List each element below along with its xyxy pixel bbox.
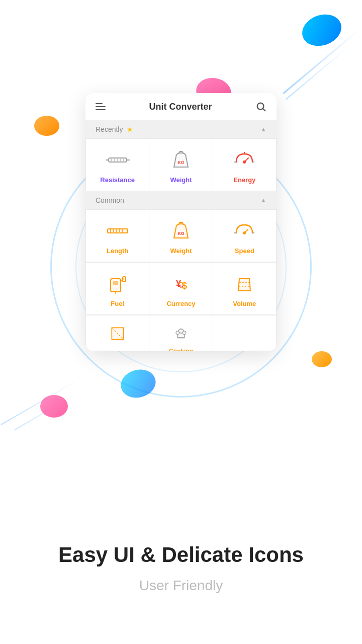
svg-point-15 [243,160,246,164]
converter-cell-currency[interactable]: ¥ $ Currency [149,263,212,314]
converter-cell-speed[interactable]: Speed [213,210,276,262]
svg-point-38 [176,331,179,335]
length-icon [106,219,130,243]
app-title: Unit Converter [149,102,212,112]
common-grid-row3: Cooking [85,315,277,351]
converter-cell-empty [213,315,276,351]
search-button[interactable] [255,101,266,112]
resistance-icon [106,148,130,172]
converter-cell-volume[interactable]: Volume [213,263,276,314]
recently-label: Recently [96,125,123,133]
area-icon [108,324,128,344]
main-tagline: Easy UI & Delicate Icons [0,542,362,568]
weight-recently-icon: KG [169,148,193,172]
weight-recently-label: Weight [170,176,192,184]
fuel-label: Fuel [111,300,124,307]
svg-point-26 [243,231,246,234]
converter-cell-cooking[interactable]: Cooking [149,315,212,351]
currency-icon: ¥ $ [169,272,193,296]
converter-cell-weight-recently[interactable]: KG Weight [149,139,212,191]
svg-text:KG: KG [177,160,185,165]
menu-button[interactable] [96,103,106,110]
resistance-label: Resistance [100,176,135,184]
cooking-label: Cooking [169,348,193,351]
recently-star: ★ [127,125,133,133]
recently-chevron: ▲ [260,126,266,133]
common-label: Common [96,196,124,204]
common-grid-row2: Fuel ¥ $ Currency [85,262,277,315]
deco-line-2 [286,47,348,100]
common-chevron: ▲ [260,197,266,204]
length-label: Length [107,247,128,255]
weight-common-icon: KG [169,219,193,243]
bottom-section: Easy UI & Delicate Icons User Friendly [0,542,362,594]
deco-blob-top-right [298,9,346,51]
energy-icon [232,148,256,172]
deco-line-3 [1,379,80,425]
energy-label: Energy [233,176,255,184]
converter-cell-fuel[interactable]: Fuel [86,263,149,314]
volume-icon [232,272,256,296]
converter-cell-weight-common[interactable]: KG Weight [149,210,212,262]
svg-rect-28 [113,281,118,285]
sub-tagline: User Friendly [0,578,362,594]
speed-icon [232,219,256,243]
svg-point-39 [183,331,186,335]
weight-common-label: Weight [170,247,192,255]
svg-line-1 [263,109,265,111]
volume-label: Volume [233,300,256,307]
fuel-icon [106,272,130,296]
deco-blob-orange-right [312,351,332,367]
common-grid-row1: Length KG Weight [85,209,277,262]
app-header: Unit Converter [85,93,277,120]
common-section-header: Common ▲ [85,191,277,209]
converter-cell-length[interactable]: Length [86,210,149,262]
converter-cell-resistance[interactable]: Resistance [86,139,149,191]
svg-rect-30 [123,277,126,282]
currency-label: Currency [166,300,195,307]
recently-grid: Resistance KG Weight [85,138,277,191]
cooking-icon [171,324,191,344]
converter-cell-energy[interactable]: Energy [213,139,276,191]
speed-label: Speed [235,247,254,255]
recently-section-header: Recently ★ ▲ [85,120,277,138]
deco-blob-orange-left [34,116,59,136]
svg-rect-27 [111,279,121,292]
app-card: Unit Converter Recently ★ ▲ [85,93,277,351]
converter-cell-area[interactable] [86,315,149,351]
deco-blob-pink-bottom [40,395,68,418]
svg-text:KG: KG [177,231,185,236]
